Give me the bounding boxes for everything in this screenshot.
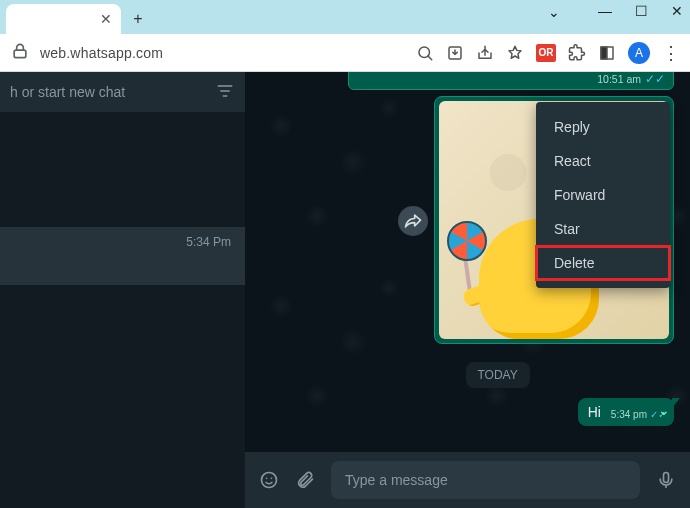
- maximize-icon[interactable]: ☐: [632, 2, 650, 20]
- emoji-icon[interactable]: [259, 470, 279, 490]
- svg-rect-4: [601, 47, 607, 59]
- tab-overflow-icon[interactable]: ⌄: [548, 4, 560, 20]
- chat-list[interactable]: 5:34 Pm: [0, 112, 245, 508]
- share-icon[interactable]: [476, 44, 494, 62]
- new-tab-button[interactable]: +: [125, 6, 151, 32]
- search-row[interactable]: h or start new chat: [0, 72, 245, 112]
- bookmark-star-icon[interactable]: [506, 44, 524, 62]
- message-context-menu: Reply React Forward Star Delete: [536, 102, 670, 288]
- lock-icon: [10, 41, 30, 64]
- message-text: Hi: [588, 404, 601, 420]
- mic-icon[interactable]: [656, 470, 676, 490]
- extension-badge[interactable]: OR: [536, 44, 556, 62]
- message-input[interactable]: Type a message: [331, 461, 640, 499]
- profile-avatar[interactable]: A: [628, 42, 650, 64]
- whatsapp-app: h or start new chat 5:34 Pm 10:51 am ✓✓: [0, 72, 690, 508]
- install-icon[interactable]: [446, 44, 464, 62]
- browser-title-bar: ✕ + ⌄ — ☐ ✕: [0, 0, 690, 34]
- chat-panel: 10:51 am ✓✓ Reply React Forward Star: [245, 72, 690, 508]
- message-input-placeholder: Type a message: [345, 472, 448, 488]
- sidebar: h or start new chat 5:34 Pm: [0, 72, 245, 508]
- attach-icon[interactable]: [295, 470, 315, 490]
- message-time: 10:51 am: [597, 73, 641, 85]
- composer: Type a message: [245, 452, 690, 508]
- menu-item-forward[interactable]: Forward: [536, 178, 670, 212]
- reading-list-icon[interactable]: [598, 44, 616, 62]
- date-separator: TODAY: [466, 362, 530, 388]
- extensions-puzzle-icon[interactable]: [568, 44, 586, 62]
- message-time: 5:34 pm: [611, 409, 647, 420]
- toolbar-icons: OR A ⋮: [416, 42, 680, 64]
- svg-point-5: [262, 473, 277, 488]
- chat-item-time: 5:34 Pm: [186, 235, 231, 249]
- address-bar: web.whatsapp.com OR A ⋮: [0, 34, 690, 72]
- browser-tab[interactable]: ✕: [6, 4, 121, 34]
- close-window-icon[interactable]: ✕: [668, 2, 686, 20]
- read-ticks-icon: ✓✓: [645, 72, 665, 86]
- url-text[interactable]: web.whatsapp.com: [40, 45, 163, 61]
- close-tab-icon[interactable]: ✕: [99, 12, 113, 26]
- menu-item-react[interactable]: React: [536, 144, 670, 178]
- browser-menu-icon[interactable]: ⋮: [662, 42, 680, 64]
- menu-item-delete[interactable]: Delete: [536, 246, 670, 280]
- svg-rect-6: [664, 473, 669, 483]
- menu-item-star[interactable]: Star: [536, 212, 670, 246]
- messages-area[interactable]: 10:51 am ✓✓ Reply React Forward Star: [245, 72, 690, 452]
- outgoing-message-bubble[interactable]: Hi 5:34 pm ✓✓ ⌄: [578, 398, 674, 426]
- forward-fab-icon[interactable]: [398, 206, 428, 236]
- chat-list-item[interactable]: 5:34 Pm: [0, 227, 245, 285]
- filter-icon[interactable]: [215, 81, 235, 104]
- menu-item-reply[interactable]: Reply: [536, 110, 670, 144]
- search-input[interactable]: h or start new chat: [10, 84, 215, 100]
- search-icon[interactable]: [416, 44, 434, 62]
- minimize-icon[interactable]: —: [596, 2, 614, 20]
- svg-rect-0: [14, 50, 26, 57]
- previous-message-bubble[interactable]: 10:51 am ✓✓: [348, 72, 674, 90]
- message-menu-chevron-icon[interactable]: ⌄: [658, 402, 670, 418]
